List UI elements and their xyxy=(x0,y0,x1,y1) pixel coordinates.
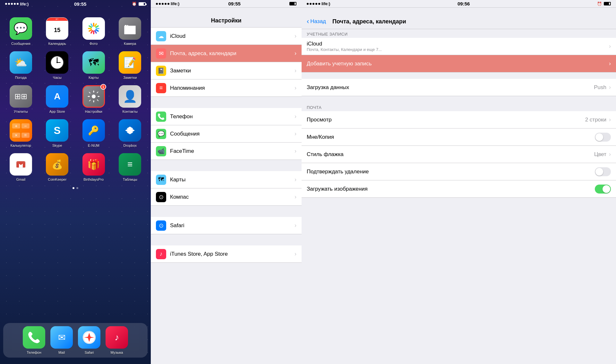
maps-icon-s2: 🗺 xyxy=(156,175,166,185)
flag-style-item[interactable]: Стиль флажка Цвет › xyxy=(302,146,616,163)
calendar-date: 15 xyxy=(54,21,60,39)
add-account-item[interactable]: Добавить учетную запись › xyxy=(302,55,616,72)
settings-item-messages[interactable]: 💬 Сообщения › xyxy=(151,125,302,143)
cc-item[interactable]: Мне/Копия xyxy=(302,128,616,146)
app-settings[interactable]: 1 Настройки xyxy=(78,85,109,113)
section-gap-3 xyxy=(151,206,302,217)
battery-fill-1 xyxy=(139,3,144,5)
fetch-data-item[interactable]: Загрузка данных Push › xyxy=(302,79,616,96)
app-sheets[interactable]: ≡ Таблицы xyxy=(115,153,146,181)
app-skype[interactable]: S Skype xyxy=(42,119,73,147)
settings-item-maps[interactable]: 🗺 Карты › xyxy=(151,171,302,188)
load-images-toggle[interactable] xyxy=(595,185,611,194)
settings-item-safari[interactable]: ⊙ Safari › xyxy=(151,217,302,234)
carrier-label-2: life:) xyxy=(171,1,179,6)
cc-toggle[interactable] xyxy=(595,133,611,142)
load-images-toggle-knob xyxy=(603,185,610,193)
carrier-label-1: life:) xyxy=(20,2,29,6)
dock-icon-music: ♪ xyxy=(106,326,128,349)
load-images-label: Загружать изображения xyxy=(307,186,595,192)
preview-label: Просмотр xyxy=(307,117,585,123)
dock-icon-mail: ✉ xyxy=(50,326,73,349)
app-photos[interactable]: Фото xyxy=(78,17,109,46)
time-label-2: 09:55 xyxy=(228,1,241,6)
app-icon-img-utilities: ⊞⊞ xyxy=(10,85,32,108)
settings-label-safari: Safari xyxy=(170,222,295,229)
confirm-delete-item[interactable]: Подтверждать удаление xyxy=(302,163,616,180)
dock-music[interactable]: ♪ Музыка xyxy=(106,326,128,354)
signal-dot xyxy=(312,3,314,5)
app-dropbox[interactable]: Dropbox xyxy=(115,119,146,147)
status-right-2 xyxy=(289,2,296,5)
dock: 📞 Телефон ✉ Mail Safari ♪ xyxy=(3,323,148,358)
settings-item-facetime[interactable]: 📹 FaceTime › xyxy=(151,143,302,160)
app-messages[interactable]: 💬 Сообщения xyxy=(5,17,37,46)
settings-nav-bar: Настройки xyxy=(151,8,302,28)
app-maps[interactable]: 🗺 Карты xyxy=(78,51,109,79)
app-appstore[interactable]: A App Store xyxy=(42,85,73,113)
settings-item-mail[interactable]: ✉ Почта, адреса, календари › xyxy=(151,45,302,62)
svg-point-17 xyxy=(92,95,96,98)
compass-icon: ⊙ xyxy=(156,192,166,202)
settings-label-maps: Карты xyxy=(170,177,295,183)
app-enum[interactable]: 🔑 E-NUM xyxy=(78,119,109,147)
chevron-phone: › xyxy=(295,113,296,120)
back-chevron-icon: ‹ xyxy=(307,17,309,26)
back-button[interactable]: ‹ Назад xyxy=(307,17,326,26)
chevron-safari: › xyxy=(295,222,296,229)
dock-mail[interactable]: ✉ Mail xyxy=(50,326,73,354)
app-label-camera: Камера xyxy=(124,42,136,46)
dock-phone[interactable]: 📞 Телефон xyxy=(23,326,45,354)
app-calculator[interactable]: + − × = Калькулятор xyxy=(5,119,37,147)
confirm-delete-toggle[interactable] xyxy=(595,167,611,176)
app-birthdays[interactable]: 🎁 BirthdaysPro xyxy=(78,153,109,181)
settings-item-itunes[interactable]: ♪ iTunes Store, App Store › xyxy=(151,245,302,263)
settings-item-icloud[interactable]: ☁ iCloud › xyxy=(151,28,302,45)
settings-item-phone[interactable]: 📞 Телефон › xyxy=(151,108,302,125)
app-contacts[interactable]: 👤 Контакты xyxy=(115,85,146,113)
svg-point-16 xyxy=(56,62,58,63)
chevron-messages: › xyxy=(295,130,296,137)
section-gap-2 xyxy=(151,160,302,171)
app-icon-img-appstore: A xyxy=(46,85,68,108)
load-images-item[interactable]: Загружать изображения xyxy=(302,180,616,198)
dock-safari[interactable]: Safari xyxy=(78,326,100,354)
settings-item-notes[interactable]: 📓 Заметки › xyxy=(151,62,302,79)
app-label-enum: E-NUM xyxy=(88,144,99,147)
app-weather[interactable]: ⛅ Погода xyxy=(5,51,37,79)
app-icon-img-coinkeeper: 💰 xyxy=(46,153,68,176)
signal-dots-3 xyxy=(307,3,320,5)
settings-label-notes: Заметки xyxy=(170,68,295,74)
app-icon-img-messages: 💬 xyxy=(10,17,32,40)
app-icon-img-notes: 📝 xyxy=(119,51,141,74)
app-label-maps: Карты xyxy=(89,76,98,79)
signal-dot xyxy=(14,3,16,5)
signal-dot xyxy=(310,3,312,5)
app-utilities[interactable]: ⊞⊞ Утилиты xyxy=(5,85,37,113)
app-label-coinkeeper: CoinKeeper xyxy=(48,178,66,181)
app-label-appstore: App Store xyxy=(49,110,65,113)
settings-label-phone: Телефон xyxy=(170,113,295,120)
signal-dot xyxy=(8,3,10,5)
chevron-maps: › xyxy=(295,176,296,183)
signal-dot xyxy=(167,3,169,5)
app-notes[interactable]: 📝 Заметки xyxy=(115,51,146,79)
app-icon-img-weather: ⛅ xyxy=(10,51,32,74)
app-label-notes: Заметки xyxy=(123,76,137,79)
app-clock[interactable]: Часы xyxy=(42,51,73,79)
settings-item-reminders[interactable]: ≡ Напоминания › xyxy=(151,79,302,97)
signal-dot xyxy=(156,3,158,5)
chevron-add-account: › xyxy=(609,60,611,67)
app-gmail[interactable]: Gmail xyxy=(5,153,37,181)
messages-icon-s2: 💬 xyxy=(156,129,166,139)
app-camera[interactable]: 📷 Камера xyxy=(115,17,146,46)
app-grid-row4: + − × = Калькулятор S Skype 🔑 E-NUM xyxy=(0,117,151,147)
icloud-account-item[interactable]: iCloud Почта, Контакты, Календари и еще … xyxy=(302,38,616,55)
settings-item-compass[interactable]: ⊙ Компас › xyxy=(151,188,302,206)
app-coinkeeper[interactable]: 💰 CoinKeeper xyxy=(42,153,73,181)
page-dot-1 xyxy=(73,187,74,189)
app-calendar[interactable]: ВТ 15 Календарь xyxy=(42,17,73,46)
preview-item[interactable]: Просмотр 2 строки › xyxy=(302,111,616,128)
dock-icon-safari xyxy=(78,326,100,349)
flag-style-label: Стиль флажка xyxy=(307,151,594,158)
